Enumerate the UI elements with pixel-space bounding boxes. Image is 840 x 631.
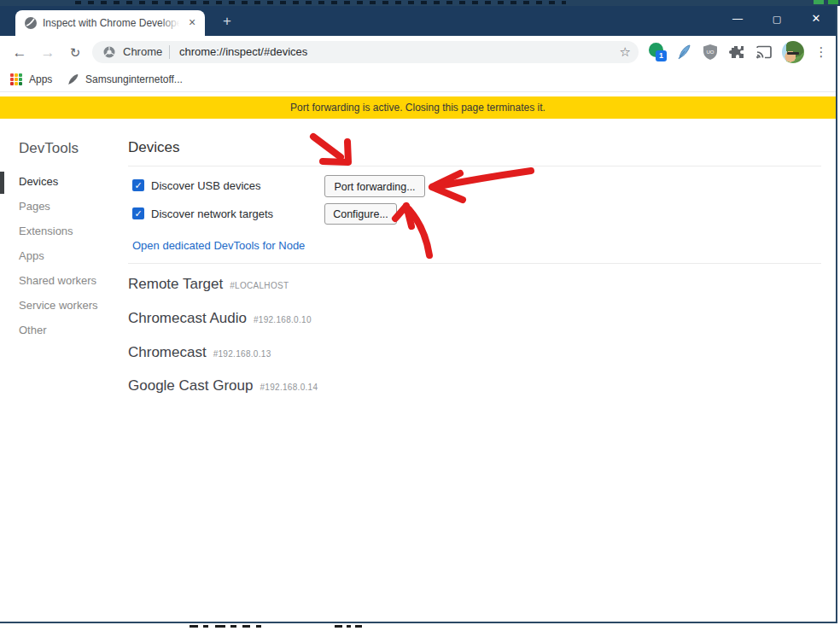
svg-text:UO: UO	[707, 50, 715, 55]
discover-usb-label: Discover USB devices	[151, 179, 261, 192]
maximize-button[interactable]: ▢	[757, 6, 796, 32]
target-chromecast-audio: Chromecast Audio#192.168.0.10	[128, 310, 312, 327]
arrow-left-head	[432, 173, 463, 200]
chrome-logo-icon	[103, 46, 115, 58]
browser-menu-kebab-icon[interactable]: ⋮	[810, 41, 832, 63]
target-remote-target: Remote Target#LOCALHOST	[128, 276, 289, 293]
url-separator	[169, 45, 170, 59]
tab-favicon-globe-icon	[24, 16, 38, 30]
shield-ublock-icon[interactable]: UO	[699, 41, 721, 63]
feather-bookmark-icon	[67, 73, 80, 86]
address-bar[interactable]: Chrome chrome://inspect/#devices ☆	[92, 41, 639, 63]
sidebar-item-shared-workers[interactable]: Shared workers	[19, 274, 96, 287]
url-text[interactable]: chrome://inspect/#devices	[179, 41, 307, 63]
browser-toolbar: ← → ↻ Chrome chrome://inspect/#devices ☆…	[0, 36, 836, 68]
cast-icon[interactable]	[753, 41, 775, 63]
background-text-fragment	[75, 1, 566, 4]
discover-network-checkbox[interactable]: ✓	[132, 207, 144, 219]
arrow-down-right	[313, 137, 341, 157]
target-address: #192.168.0.10	[254, 315, 312, 324]
background-window-top-fragment	[0, 0, 840, 6]
target-address: #192.168.0.13	[213, 349, 271, 359]
reload-icon[interactable]: ↻	[64, 42, 86, 64]
background-green-fragment	[814, 0, 824, 4]
target-name: Remote Target	[128, 276, 223, 292]
back-icon[interactable]: ←	[9, 42, 31, 64]
feather-extension-icon[interactable]	[673, 41, 695, 63]
arrow-left-tail	[435, 171, 531, 187]
avatar-glasses	[787, 52, 799, 55]
bookmark-star-icon[interactable]: ☆	[620, 41, 631, 63]
close-window-button[interactable]: ✕	[796, 6, 836, 32]
inspect-page: DevTools Devices Pages Extensions Apps S…	[0, 119, 836, 622]
target-name: Chromecast Audio	[128, 310, 247, 326]
arrow-up-left-head	[395, 206, 411, 226]
sidebar-item-other[interactable]: Other	[19, 324, 47, 336]
browser-window: Inspect with Chrome Developer T × + — ▢ …	[0, 6, 837, 623]
target-address: #192.168.0.14	[260, 383, 318, 392]
page-title: Devices	[128, 139, 179, 156]
browser-tab[interactable]: Inspect with Chrome Developer T ×	[15, 10, 205, 36]
site-label: Chrome	[123, 41, 162, 63]
background-green-fragment	[828, 0, 838, 4]
target-google-cast-group: Google Cast Group#192.168.0.14	[128, 377, 318, 394]
apps-grid-icon	[10, 73, 22, 85]
target-chromecast: Chromecast#192.168.0.13	[128, 344, 271, 361]
background-window-bottom-fragment	[0, 623, 840, 631]
extension-badge-icon[interactable]: 1	[646, 41, 668, 63]
sidebar-item-apps[interactable]: Apps	[19, 249, 44, 262]
discover-network-label: Discover network targets	[151, 207, 273, 220]
banner-text: Port forwarding is active. Closing this …	[0, 96, 836, 119]
sidebar-item-extensions[interactable]: Extensions	[19, 225, 73, 237]
devtools-for-node-link[interactable]: Open dedicated DevTools for Node	[132, 239, 305, 252]
arrow-down-right-head	[323, 142, 348, 162]
divider	[128, 263, 821, 264]
toolbar-divider	[0, 91, 836, 92]
check-icon: ✓	[134, 180, 142, 190]
tab-close-icon[interactable]: ×	[184, 15, 200, 31]
badge-count: 1	[656, 50, 667, 61]
profile-avatar[interactable]	[782, 41, 804, 63]
port-forwarding-button[interactable]: Port forwarding...	[324, 175, 425, 197]
configure-button[interactable]: Configure...	[324, 203, 397, 225]
minimize-button[interactable]: —	[718, 6, 757, 32]
new-tab-button[interactable]: +	[219, 13, 236, 30]
sidebar-item-pages[interactable]: Pages	[19, 200, 50, 213]
bookmark-label: Apps	[29, 71, 52, 88]
forward-icon: →	[37, 42, 59, 64]
target-address: #LOCALHOST	[230, 281, 289, 290]
target-name: Google Cast Group	[128, 377, 253, 394]
discover-usb-checkbox[interactable]: ✓	[132, 179, 144, 191]
port-forwarding-banner: Port forwarding is active. Closing this …	[0, 96, 836, 119]
sidebar-title: DevTools	[19, 140, 79, 157]
window-titlebar: Inspect with Chrome Developer T × + — ▢ …	[0, 6, 836, 36]
bookmark-label: Samsunginternetoff...	[85, 71, 183, 88]
check-icon: ✓	[134, 208, 142, 219]
arrow-up-left-tail	[409, 209, 429, 255]
divider	[128, 166, 821, 167]
extensions-puzzle-icon[interactable]	[726, 41, 748, 63]
sidebar-item-service-workers[interactable]: Service workers	[19, 299, 97, 312]
target-name: Chromecast	[128, 344, 207, 360]
sidebar-selected-marker	[0, 172, 4, 194]
bookmarks-bar: Apps Samsunginternetoff...	[0, 68, 836, 91]
sidebar-item-devices[interactable]: Devices	[19, 175, 58, 188]
